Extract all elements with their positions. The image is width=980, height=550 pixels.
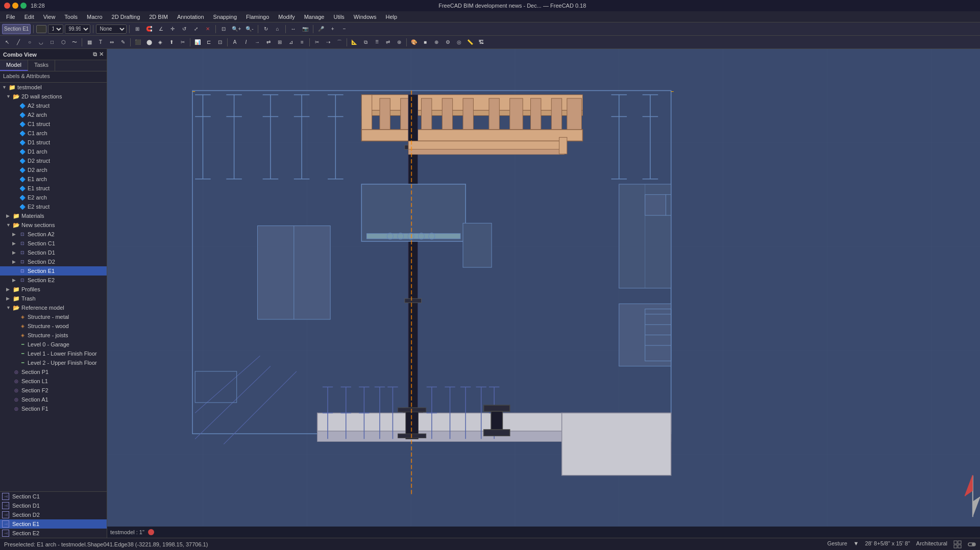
pointer-icon[interactable]: ↖ [2, 37, 12, 47]
combo-float-icon[interactable]: ⧉ [93, 51, 97, 58]
viewport[interactable]: testmodel : 1" [107, 49, 980, 538]
rect-icon[interactable]: □ [47, 37, 57, 47]
tree-item-d1-struct[interactable]: 🔷 D1 struct [0, 138, 107, 147]
combo-close-icon[interactable]: ✕ [99, 51, 104, 58]
tree-root[interactable]: ▼ 📁 testmodel [0, 83, 107, 92]
menu-item-macro[interactable]: Macro [83, 13, 107, 21]
hatch-icon[interactable]: ▦ [84, 37, 94, 47]
fillet-icon[interactable]: ⌒ [334, 37, 345, 47]
dim2-icon[interactable]: ⇔ [107, 37, 117, 47]
tree-item-level2[interactable]: ━ Level 2 - Upper Finish Floor [0, 358, 107, 367]
zoom-in-icon[interactable]: 🔍+ [230, 24, 242, 34]
flip-icon[interactable]: ⇄ [263, 37, 274, 47]
tree-item-section-e2[interactable]: ▶ ⊡ Section E2 [0, 276, 107, 285]
bottom-section-d1[interactable]: ⊣ Section D1 [0, 501, 107, 510]
bottom-section-e2[interactable]: ⊣ Section E2 [0, 529, 107, 538]
bottom-section-e1[interactable]: ⊣ Section E1 [0, 519, 107, 529]
tree-item-section-a2[interactable]: ▶ ⊡ Section A2 [0, 230, 107, 239]
props-icon[interactable]: ≡ [297, 37, 307, 47]
menu-item-edit[interactable]: Edit [20, 13, 38, 21]
tree-item-level0[interactable]: ━ Level 0 - Garage [0, 340, 107, 349]
delete-icon[interactable]: ✕ [203, 24, 213, 34]
bottom-section-d2[interactable]: ⊣ Section D2 [0, 510, 107, 519]
bottom-section-c1[interactable]: ⊣ Section C1 [0, 492, 107, 501]
tree-item-section-d1[interactable]: ▶ ⊡ Section D1 [0, 248, 107, 257]
tree-item-e2-arch[interactable]: 🔷 E2 arch [0, 193, 107, 202]
tree-item-trash[interactable]: ▶ 📁 Trash [0, 294, 107, 303]
tree-item-section-l1[interactable]: ◎ Section L1 [0, 377, 107, 386]
tree-item-e1-arch[interactable]: 🔷 E1 arch [0, 174, 107, 184]
line-width-select[interactable]: 1● [48, 24, 63, 34]
trim-icon[interactable]: ✂ [312, 37, 322, 47]
extrude-icon[interactable]: ⬆ [166, 37, 177, 47]
zoom-out-icon[interactable]: 🔍- [244, 24, 255, 34]
group-icon[interactable]: ⊞ [275, 37, 285, 47]
tree-item-profiles[interactable]: ▶ 📁 Profiles [0, 285, 107, 294]
block-icon[interactable]: ⬛ [133, 37, 143, 47]
circle-icon[interactable]: ○ [24, 37, 35, 47]
bar-chart-icon[interactable]: 📊 [192, 37, 203, 47]
copy2-icon[interactable]: ⧉ [360, 37, 371, 47]
tree-item-level1[interactable]: ━ Level 1 - Lower Finish Floor [0, 349, 107, 358]
rotate-icon[interactable]: ↺ [179, 24, 189, 34]
grid-icon[interactable]: ⊞ [132, 24, 142, 34]
settings2-icon[interactable]: ⚙ [443, 37, 453, 47]
tree-item-struct-wood[interactable]: ◈ Structure - wood [0, 321, 107, 331]
tree-item-section-f2[interactable]: ◎ Section F2 [0, 386, 107, 395]
menu-item-2d-drafting[interactable]: 2D Drafting [108, 13, 144, 21]
surface-icon[interactable]: ◈ [155, 37, 165, 47]
close-window-icon[interactable] [4, 3, 10, 9]
tree-item-new-sections[interactable]: ▼ 📂 New sections [0, 220, 107, 230]
arrow-icon[interactable]: → [252, 37, 262, 47]
refresh-icon[interactable]: ↻ [261, 24, 271, 34]
bim-icon[interactable]: 🏗 [476, 37, 486, 47]
window-controls[interactable] [4, 3, 27, 9]
measure-icon[interactable]: 📐 [349, 37, 359, 47]
move-icon[interactable]: ✛ [167, 24, 178, 34]
tab-model[interactable]: Model [0, 60, 28, 71]
color2-icon[interactable]: 🎨 [409, 37, 419, 47]
arc-icon[interactable]: ◡ [36, 37, 46, 47]
menu-item-manage[interactable]: Manage [300, 13, 329, 21]
tree-item-e1-struct[interactable]: 🔷 E1 struct [0, 184, 107, 193]
path-icon[interactable]: ⊿ [286, 37, 296, 47]
home-icon[interactable]: ⌂ [273, 24, 283, 34]
array-icon[interactable]: ⠿ [372, 37, 382, 47]
menu-item-tools[interactable]: Tools [60, 13, 82, 21]
line-icon[interactable]: ╱ [13, 37, 23, 47]
layer-icon[interactable]: ⊕ [431, 37, 442, 47]
tree-item-struct-metal[interactable]: ◈ Structure - metal [0, 312, 107, 321]
polygon-icon[interactable]: ⬡ [58, 37, 68, 47]
tree-item-d1-arch[interactable]: 🔷 D1 arch [0, 147, 107, 156]
tree-item-struct-joists[interactable]: ◈ Structure - joists [0, 331, 107, 340]
pipe-icon[interactable]: ⊏ [204, 37, 214, 47]
snap-icon[interactable]: 🧲 [144, 24, 154, 34]
mirror-icon[interactable]: ⇌ [383, 37, 393, 47]
tree-item-d2-struct[interactable]: 🔷 D2 struct [0, 156, 107, 165]
fill-icon[interactable]: ■ [420, 37, 430, 47]
cut-icon[interactable]: ✂ [178, 37, 188, 47]
tree-item-c1-struct[interactable]: 🔷 C1 struct [0, 119, 107, 129]
section-selector[interactable]: Section E1 [2, 24, 31, 34]
menu-item-windows[interactable]: Windows [350, 13, 381, 21]
tree-item-section-f1[interactable]: ◎ Section F1 [0, 404, 107, 413]
menu-item-help[interactable]: Help [381, 13, 401, 21]
beam-icon[interactable]: ⊡ [215, 37, 225, 47]
zoom-fit-icon[interactable]: ⊡ [218, 24, 229, 34]
tree-item-d2-arch[interactable]: 🔷 D2 arch [0, 165, 107, 174]
canvas-area[interactable] [107, 49, 980, 538]
mic-icon[interactable]: 🎤 [316, 24, 326, 34]
menu-item-2d-bim[interactable]: 2D BIM [145, 13, 172, 21]
zoom-level[interactable]: 99.99 [65, 24, 90, 34]
tree-item-2d-wall-sections[interactable]: ▼ 📂 2D wall sections [0, 92, 107, 101]
text-icon[interactable]: T [95, 37, 106, 47]
ruler-icon[interactable]: 📏 [465, 37, 475, 47]
minus-icon[interactable]: − [339, 24, 350, 34]
dim-icon[interactable]: ↔ [288, 24, 299, 34]
tree-item-c1-arch[interactable]: 🔷 C1 arch [0, 129, 107, 138]
tree-item-section-a1[interactable]: ◎ Section A1 [0, 395, 107, 404]
minimize-window-icon[interactable] [12, 3, 18, 9]
plus-icon[interactable]: + [328, 24, 338, 34]
menu-item-modify[interactable]: Modify [274, 13, 299, 21]
maximize-window-icon[interactable] [20, 3, 27, 9]
